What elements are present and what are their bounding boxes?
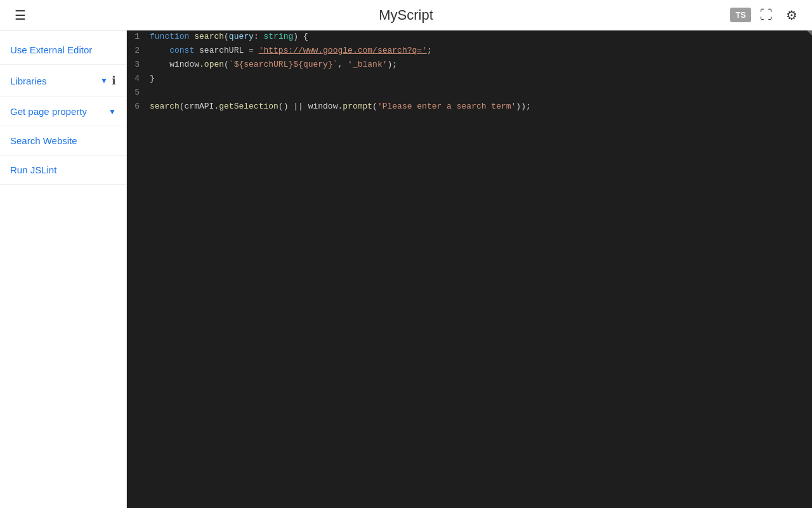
line-content: } [147,72,812,86]
sidebar-item-use-external-editor[interactable]: Use External Editor [0,36,126,65]
line-content: search(crmAPI.getSelection() || window.p… [147,100,812,114]
code-line: 6 search(crmAPI.getSelection() || window… [127,100,812,114]
line-number: 3 [127,58,147,72]
chevron-down-icon: ▼ [100,76,108,85]
page-title: MyScript [379,7,433,23]
sidebar-item-search-website[interactable]: Search Website [0,126,126,156]
header: ☰ MyScript TS ⛶ ⚙ [0,0,812,30]
line-number: 6 [127,100,147,114]
header-right: TS ⛶ ⚙ [730,5,802,25]
main-layout: Use External Editor Libraries ▼ ℹ Get pa… [0,30,812,508]
line-content: window.open(`${searchURL}${query}`, '_bl… [147,58,812,72]
code-editor[interactable]: 1 function search(query: string) { 2 con… [127,30,812,508]
gear-icon: ⚙ [786,8,797,23]
ts-badge: TS [730,8,751,22]
sidebar-item-run-jslint[interactable]: Run JSLint [0,156,126,185]
sidebar-item-label: Use External Editor [10,44,116,55]
scroll-indicator [807,30,812,36]
sidebar-item-label: Get page property [10,106,105,117]
hamburger-menu-button[interactable]: ☰ [10,5,30,25]
line-number: 5 [127,86,147,100]
line-number: 4 [127,72,147,86]
sidebar-item-label: Libraries [10,76,96,86]
fullscreen-icon: ⛶ [760,8,773,22]
line-content [147,86,812,100]
info-icon: ℹ [112,74,116,88]
sidebar-item-label: Search Website [10,135,116,146]
line-number: 1 [127,30,147,44]
code-line: 4 } [127,72,812,86]
line-content: function search(query: string) { [147,30,812,44]
chevron-down-icon: ▼ [108,107,116,116]
sidebar-item-label: Run JSLint [10,164,116,175]
code-line: 3 window.open(`${searchURL}${query}`, '_… [127,58,812,72]
line-number: 2 [127,44,147,58]
header-left: ☰ [10,5,30,25]
fullscreen-button[interactable]: ⛶ [756,5,776,25]
line-content: const searchURL = 'https://www.google.co… [147,44,812,58]
sidebar-item-libraries[interactable]: Libraries ▼ ℹ [0,65,126,97]
code-line: 1 function search(query: string) { [127,30,812,44]
code-line: 5 [127,86,812,100]
code-line: 2 const searchURL = 'https://www.google.… [127,44,812,58]
settings-button[interactable]: ⚙ [782,5,802,25]
sidebar-item-get-page-property[interactable]: Get page property ▼ [0,97,126,126]
sidebar: Use External Editor Libraries ▼ ℹ Get pa… [0,30,127,508]
code-lines: 1 function search(query: string) { 2 con… [127,30,812,114]
